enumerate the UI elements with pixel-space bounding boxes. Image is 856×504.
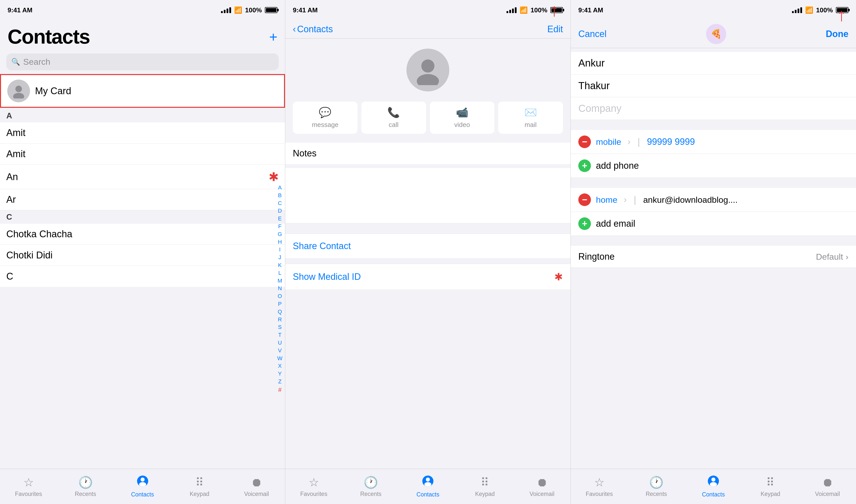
tab-label: Contacts	[702, 491, 725, 498]
back-button[interactable]: ‹ Contacts	[293, 24, 333, 35]
tab-label: Voicemail	[244, 491, 269, 498]
medical-star-icon: ✱	[554, 271, 563, 283]
tab-recents-3[interactable]: 🕐 Recents	[628, 475, 685, 498]
list-item[interactable]: Ar	[0, 189, 285, 210]
cancel-button[interactable]: Cancel	[578, 29, 607, 39]
tab-keypad-2[interactable]: ⠿ Keypad	[456, 475, 513, 498]
tab-contacts-1[interactable]: Contacts	[114, 475, 171, 498]
share-contact-button[interactable]: Share Contact	[285, 233, 571, 259]
edit-form: Ankur Thakur Company − mobile › | 99999 …	[571, 48, 856, 469]
done-button[interactable]: Done	[826, 29, 849, 39]
mail-label: mail	[524, 121, 537, 129]
tab-recents-2[interactable]: 🕐 Recents	[342, 475, 399, 498]
tab-favourites-3[interactable]: ☆ Favourites	[571, 475, 628, 498]
phone-type-chevron: ›	[627, 137, 630, 147]
signal-3	[792, 7, 802, 13]
tab-contacts-2[interactable]: Contacts	[399, 475, 456, 498]
svg-point-3	[141, 478, 145, 482]
company-field[interactable]: Company	[571, 97, 856, 120]
svg-point-11	[711, 478, 715, 482]
back-label: Contacts	[297, 24, 333, 35]
edit-contact-panel: 9:41 AM 📶 100% Cancel 🍕 Done ↑ Ank	[571, 0, 856, 504]
star-badge: ✱	[269, 170, 279, 184]
tab-bar-2: ☆ Favourites 🕐 Recents Contacts ⠿ Keypad…	[285, 469, 571, 504]
show-medical-id-button[interactable]: Show Medical ID ✱	[285, 264, 571, 290]
list-item[interactable]: Chotka Chacha	[0, 224, 285, 245]
edit-button[interactable]: Edit	[547, 24, 563, 34]
svg-point-1	[13, 93, 24, 98]
tab-favourites-2[interactable]: ☆ Favourites	[285, 475, 342, 498]
phone-value[interactable]: 99999 9999	[647, 137, 695, 147]
alphabet-index[interactable]: A B C D E F G H I J K L M N O P Q R S T …	[277, 184, 283, 394]
tab-label: Favourites	[15, 491, 42, 498]
page-title: Contacts	[7, 25, 90, 48]
add-email-row[interactable]: + add email	[571, 212, 856, 236]
spacer	[285, 291, 571, 469]
status-bar-3: 9:41 AM 📶 100%	[571, 0, 856, 20]
tab-favourites-1[interactable]: ☆ Favourites	[0, 475, 57, 498]
remove-phone-button[interactable]: −	[578, 136, 591, 148]
tab-contacts-3[interactable]: Contacts	[685, 475, 742, 498]
message-label: message	[312, 121, 339, 129]
add-contact-button[interactable]: +	[269, 29, 278, 45]
tab-label: Favourites	[300, 491, 327, 498]
search-input[interactable]: Search	[23, 57, 50, 67]
tab-voicemail-2[interactable]: ⏺ Voicemail	[514, 475, 571, 498]
red-arrow-edit: ↑	[550, 1, 559, 19]
tab-recents-1[interactable]: 🕐 Recents	[57, 475, 114, 498]
email-type-chevron: ›	[624, 195, 627, 205]
contact-avatar-small[interactable]: 🍕	[706, 24, 726, 44]
list-item[interactable]: C	[0, 266, 285, 287]
emoji-avatar: 🍕	[711, 29, 722, 39]
video-button[interactable]: 📹 video	[430, 102, 495, 134]
contacts-tab-icon-3	[708, 475, 719, 490]
search-bar[interactable]: 🔍 Search	[6, 53, 279, 70]
list-item[interactable]: An ✱	[0, 165, 285, 189]
list-item[interactable]: Amit	[0, 144, 285, 165]
form-top-space	[571, 48, 856, 52]
ringtone-row[interactable]: Ringtone Default ›	[571, 246, 856, 268]
section-c: C	[0, 210, 285, 224]
call-button[interactable]: 📞 call	[361, 102, 426, 134]
phone-row: − mobile › | 99999 9999	[571, 130, 856, 154]
add-phone-button[interactable]: +	[578, 159, 591, 172]
status-bar-1: 9:41 AM 📶 100%	[0, 0, 285, 20]
tab-keypad-1[interactable]: ⠿ Keypad	[171, 475, 228, 498]
message-icon: 💬	[319, 107, 332, 119]
contacts-list-panel: 9:41 AM 📶 100% Contacts + 🔍 Search	[0, 0, 285, 504]
message-button[interactable]: 💬 message	[293, 102, 358, 134]
contacts-tab-icon-2	[422, 475, 434, 490]
tab-keypad-3[interactable]: ⠿ Keypad	[742, 475, 799, 498]
tab-bar-3: ☆ Favourites 🕐 Recents Contacts ⠿ Keypad…	[571, 469, 856, 504]
phone-type-label[interactable]: mobile	[596, 137, 621, 147]
list-item[interactable]: Chotki Didi	[0, 245, 285, 266]
my-card-label: My Card	[35, 86, 71, 96]
email-type-label[interactable]: home	[596, 195, 617, 205]
search-icon: 🔍	[11, 58, 20, 66]
last-name-value: Thakur	[578, 80, 610, 91]
tab-label: Recents	[75, 491, 96, 498]
battery-1: 100%	[245, 6, 262, 14]
add-phone-row[interactable]: + add phone	[571, 154, 856, 178]
detail-nav: ‹ Contacts Edit ↑	[285, 20, 571, 38]
last-name-field[interactable]: Thakur	[571, 75, 856, 97]
remove-email-button[interactable]: −	[578, 194, 591, 206]
signal-2	[506, 7, 517, 13]
email-value[interactable]: ankur@idownloadblog....	[643, 195, 737, 205]
form-separator-3	[571, 236, 856, 246]
list-item[interactable]: Amit	[0, 122, 285, 144]
star-tab-icon-3: ☆	[594, 475, 605, 489]
my-card-row[interactable]: My Card	[1, 75, 284, 107]
tab-voicemail-1[interactable]: ⏺ Voicemail	[228, 475, 285, 498]
tab-voicemail-3[interactable]: ⏺ Voicemail	[799, 475, 856, 498]
email-row: − home › | ankur@idownloadblog....	[571, 188, 856, 212]
first-name-field[interactable]: Ankur	[571, 52, 856, 75]
mail-button[interactable]: ✉️ mail	[498, 102, 563, 134]
call-icon: 📞	[387, 107, 400, 119]
time-2: 9:41 AM	[293, 6, 318, 14]
profile-section	[285, 38, 571, 96]
add-email-button[interactable]: +	[578, 217, 591, 230]
edit-nav: Cancel 🍕 Done ↑	[571, 20, 856, 48]
ringtone-value: Default	[816, 252, 843, 262]
star-tab-icon-2: ☆	[309, 475, 319, 489]
